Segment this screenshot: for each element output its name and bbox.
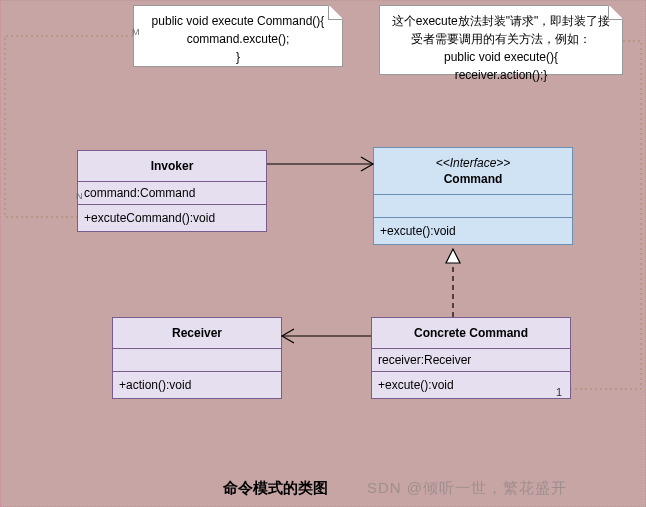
note-marker-m: M <box>132 26 140 40</box>
note-line: command.excute(); <box>187 32 290 46</box>
class-attr: command:Command <box>78 182 266 205</box>
class-marker-n: N <box>76 191 83 201</box>
diagram-caption: 命令模式的类图 <box>223 479 328 498</box>
class-attr-empty <box>113 349 281 372</box>
note-execute-command: M public void execute Command(){ command… <box>133 5 343 67</box>
note-line: public void execute Command(){ <box>152 14 325 28</box>
svg-marker-2 <box>446 249 460 263</box>
class-name-text: Command <box>444 172 503 186</box>
class-name: <<Interface>> Command <box>374 148 572 195</box>
class-op: +excute():void <box>372 372 570 398</box>
stereotype-label: <<Interface>> <box>378 156 568 170</box>
multiplicity-label: 1 <box>556 386 562 398</box>
note-execute-receiver: 这个execute放法封装"请求"，即封装了接 受者需要调用的有关方法，例如： … <box>379 5 623 75</box>
connector-layer <box>1 1 646 507</box>
class-name: Receiver <box>113 318 281 349</box>
class-attr: receiver:Receiver <box>372 349 570 372</box>
note-line: public void execute(){ <box>444 50 558 64</box>
note-line: receiver.action();} <box>455 68 548 82</box>
watermark-text: SDN @倾听一世，繁花盛开 <box>367 479 567 498</box>
class-op: +action():void <box>113 372 281 398</box>
class-name: Concrete Command <box>372 318 570 349</box>
class-attr-empty <box>374 195 572 218</box>
class-concrete-command: Concrete Command receiver:Receiver +excu… <box>371 317 571 399</box>
diagram-canvas: M public void execute Command(){ command… <box>0 0 646 507</box>
class-op: +excuteCommand():void <box>78 205 266 231</box>
note-line: 受者需要调用的有关方法，例如： <box>411 32 591 46</box>
note-line: } <box>236 50 240 64</box>
class-receiver: Receiver +action():void <box>112 317 282 399</box>
class-name: Invoker <box>78 151 266 182</box>
note-line: 这个execute放法封装"请求"，即封装了接 <box>392 14 611 28</box>
class-op: +excute():void <box>374 218 572 244</box>
class-invoker: N Invoker command:Command +excuteCommand… <box>77 150 267 232</box>
class-command-interface: <<Interface>> Command +excute():void <box>373 147 573 245</box>
